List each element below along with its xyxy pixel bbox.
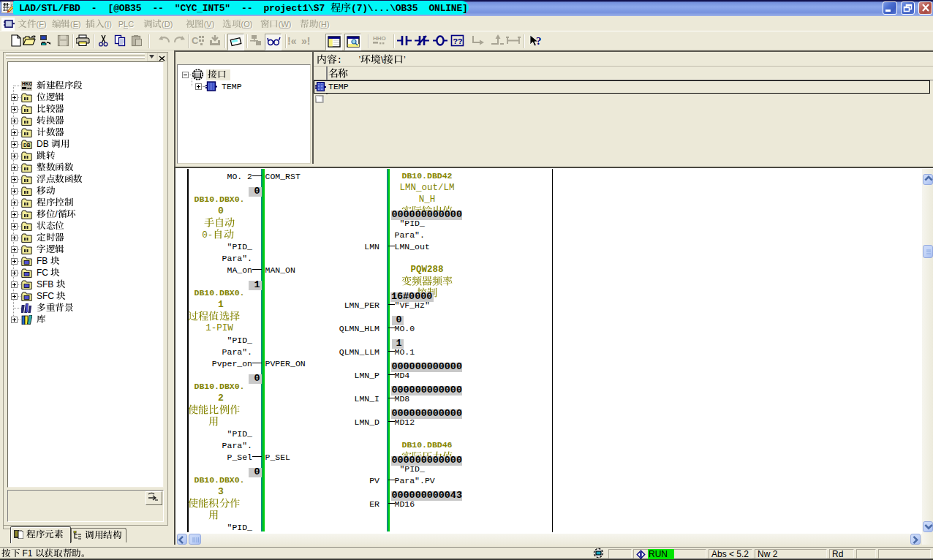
svg-text:HKO: HKO: [22, 81, 32, 86]
svg-text:HHO: HHO: [373, 35, 386, 42]
svg-text:!«: !«: [287, 35, 297, 47]
svg-text:DB: DB: [23, 143, 31, 148]
svg-text:?: ?: [536, 35, 542, 47]
svg-text:C: C: [192, 35, 199, 46]
svg-text:»!: »!: [301, 35, 310, 47]
svg-text:??: ??: [453, 37, 463, 46]
